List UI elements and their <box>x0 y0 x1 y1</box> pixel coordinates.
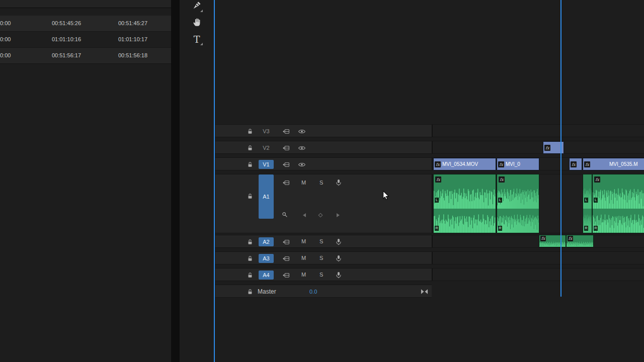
voiceover-mic-icon[interactable] <box>336 238 342 245</box>
track-target-button-a3[interactable]: A3 <box>259 254 274 263</box>
mute-button[interactable]: M <box>301 255 306 261</box>
timecode-row[interactable]: 0:00 00:51:45:26 00:51:45:27 <box>0 16 171 32</box>
track-lock-icon[interactable] <box>247 145 253 151</box>
list-partial-row <box>0 0 171 8</box>
master-level-value[interactable]: 0.0 <box>309 289 317 295</box>
sync-lock-icon[interactable] <box>282 180 290 186</box>
channel-label-right: R <box>435 226 439 231</box>
fx-badge: fx <box>499 176 505 183</box>
audio-clip[interactable]: fx L R <box>433 174 496 233</box>
next-keyframe-icon[interactable] <box>336 213 340 218</box>
channel-label-left: L <box>594 198 598 203</box>
timecode-out: 00:51:56:18 <box>99 48 167 63</box>
timecode-row[interactable]: 0:00 01:01:10:16 01:01:10:17 <box>0 32 171 48</box>
timecode-row[interactable]: 0:00 00:51:56:17 00:51:56:18 <box>0 48 171 64</box>
track-row-v3: V3 <box>215 124 644 137</box>
track-output-eye-icon[interactable] <box>298 129 306 134</box>
video-clip[interactable]: fx MVI_0 <box>497 158 539 170</box>
mute-button[interactable]: M <box>301 238 306 244</box>
solo-button[interactable]: S <box>319 179 323 186</box>
track-target-button-a1[interactable]: A1 <box>259 174 274 219</box>
audio-clip[interactable]: fx L R <box>497 174 539 233</box>
audio-clip[interactable]: fx <box>566 235 594 247</box>
track-lock-icon[interactable] <box>247 128 253 134</box>
track-lock-icon[interactable] <box>247 255 253 261</box>
fx-badge: fx <box>435 176 441 183</box>
track-lock-icon[interactable] <box>247 161 253 167</box>
track-output-eye-icon[interactable] <box>298 162 306 167</box>
timecode-in: 00:51:56:17 <box>31 48 102 63</box>
timecode-list-panel: 0:00 00:51:45:26 00:51:45:27 0:00 01:01:… <box>0 0 171 362</box>
pan-bowtie-icon[interactable] <box>421 289 428 294</box>
sync-lock-icon[interactable] <box>282 256 290 261</box>
audio-clip[interactable]: fx <box>539 235 566 247</box>
sync-lock-icon[interactable] <box>282 273 290 278</box>
fx-badge: fx <box>584 161 590 167</box>
fx-badge: fx <box>568 236 573 241</box>
write-keyframes-icon[interactable] <box>282 212 288 218</box>
track-lock-icon[interactable] <box>247 289 253 295</box>
type-tool-icon: T <box>194 35 200 44</box>
timecode-duration: 0:00 <box>0 32 13 47</box>
voiceover-mic-icon[interactable] <box>336 255 342 262</box>
track-output-eye-icon[interactable] <box>298 145 306 151</box>
waveform-left <box>593 188 644 209</box>
track-target-button-a2[interactable]: A2 <box>259 237 274 246</box>
tool-flyout-indicator <box>200 43 203 45</box>
track-row-master: Master 0.0 <box>215 285 432 298</box>
panel-focus-border <box>214 0 215 362</box>
sync-lock-icon[interactable] <box>282 239 290 245</box>
sync-lock-icon[interactable] <box>282 145 290 151</box>
track-row-a3: A3 M S <box>215 251 644 264</box>
track-lock-icon[interactable] <box>247 272 253 278</box>
track-row-v2: V2 <box>215 141 644 154</box>
video-clip[interactable]: fx MVI_0534.MOV <box>433 158 496 170</box>
solo-button[interactable]: S <box>319 255 323 261</box>
fx-badge: fx <box>571 161 577 167</box>
tool-flyout-indicator <box>200 10 203 12</box>
timeline-panel: V3 V2 V1 A1 M S <box>215 0 644 362</box>
track-row-a4: A4 M S <box>215 268 644 281</box>
tools-panel: T <box>180 0 214 362</box>
channel-label-right: R <box>498 226 502 231</box>
fx-badge: fx <box>435 161 441 167</box>
hand-tool-icon <box>192 17 202 29</box>
mute-button[interactable]: M <box>301 272 306 278</box>
track-lock-icon[interactable] <box>247 193 253 199</box>
sync-lock-icon[interactable] <box>282 162 290 167</box>
solo-button[interactable]: S <box>319 238 323 244</box>
add-keyframe-icon[interactable] <box>317 212 324 218</box>
fx-badge: fx <box>498 161 504 167</box>
premiere-workspace: 0:00 00:51:45:26 00:51:45:27 0:00 01:01:… <box>0 0 644 362</box>
waveform <box>567 241 593 247</box>
clip-label: MVI_0534.MOV <box>442 161 478 167</box>
timecode-duration: 0:00 <box>0 48 13 63</box>
pen-tool-button[interactable] <box>190 0 204 13</box>
voiceover-mic-icon[interactable] <box>336 179 342 186</box>
playhead[interactable] <box>560 0 561 297</box>
mute-button[interactable]: M <box>301 179 306 186</box>
type-tool-button[interactable]: T <box>190 32 204 46</box>
sync-lock-icon[interactable] <box>282 129 290 134</box>
panel-divider <box>171 0 180 362</box>
track-target-button-a4[interactable]: A4 <box>259 270 274 280</box>
solo-button[interactable]: S <box>319 272 323 278</box>
waveform-left <box>497 188 539 209</box>
video-clip[interactable]: fx MVI_0535.M <box>583 158 644 170</box>
previous-keyframe-icon[interactable] <box>302 213 306 218</box>
video-clip[interactable]: fx <box>569 158 582 170</box>
voiceover-mic-icon[interactable] <box>336 272 342 279</box>
channel-label-right: R <box>584 226 588 231</box>
waveform-left <box>434 188 496 209</box>
fx-badge: fx <box>594 176 600 183</box>
track-lock-icon[interactable] <box>247 239 253 245</box>
fx-badge: fx <box>544 145 550 151</box>
track-target-button-v2[interactable]: V2 <box>259 145 274 151</box>
waveform-right <box>593 214 644 233</box>
track-target-button-v1[interactable]: V1 <box>259 160 274 169</box>
audio-clip[interactable]: fx L R <box>592 174 644 233</box>
audio-clip[interactable]: L R <box>583 174 592 233</box>
track-target-button-v3[interactable]: V3 <box>259 128 274 134</box>
hand-tool-button[interactable] <box>190 16 204 30</box>
clip-label: MVI_0 <box>506 161 520 167</box>
